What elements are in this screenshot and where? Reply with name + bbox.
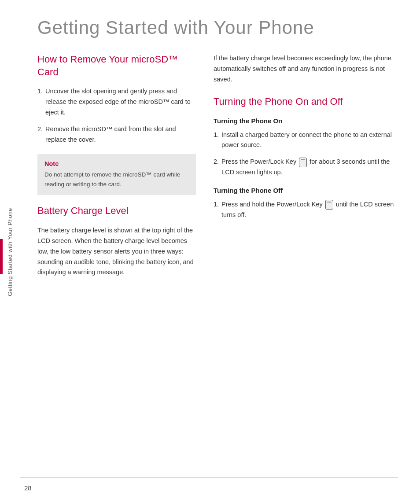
section-heading-battery: Battery Charge Level [37, 205, 196, 217]
note-title: Note [44, 160, 189, 167]
list-item: 1. Install a charged battery or connect … [214, 130, 398, 151]
key-icon [299, 158, 307, 167]
sidebar: Getting Started with Your Phone [0, 0, 20, 504]
step-text: Uncover the slot opening and gently pres… [45, 86, 196, 118]
sub-heading-on: Turning the Phone On [214, 117, 398, 125]
turning-off-steps: 1. Press and hold the Power/Lock Key unt… [214, 199, 398, 221]
step-text: Remove the microSD™ card from the slot a… [45, 124, 196, 145]
step-text: Press and hold the Power/Lock Key until … [221, 199, 398, 221]
section-heading-microsd: How to Remove Your microSD™ Card [37, 53, 196, 78]
step-num: 1. [214, 130, 219, 151]
step-text: Install a charged battery or connect the… [221, 130, 398, 151]
sidebar-bar [0, 239, 3, 274]
step-num: 1. [37, 86, 43, 118]
sidebar-label: Getting Started with Your Phone [7, 208, 13, 296]
sub-heading-off: Turning the Phone Off [214, 187, 398, 194]
turning-on-steps: 1. Install a charged battery or connect … [214, 130, 398, 178]
note-box: Note Do not attempt to remove the microS… [37, 154, 196, 195]
left-column: How to Remove Your microSD™ Card 1. Unco… [37, 53, 196, 283]
list-item: 2. Press the Power/Lock Key for about 3 … [214, 157, 398, 178]
list-item: 1. Press and hold the Power/Lock Key unt… [214, 199, 398, 221]
section-heading-turning: Turning the Phone On and Off [214, 96, 398, 108]
page-container: Getting Started with Your Phone Getting … [0, 0, 420, 504]
key-icon [325, 200, 333, 210]
page-number: 28 [24, 484, 32, 492]
microsd-steps-list: 1. Uncover the slot opening and gently p… [37, 86, 196, 145]
battery-body-text: The battery charge level is shown at the… [37, 225, 196, 278]
step-num: 1. [214, 199, 219, 221]
battery-warning-text: If the battery charge level becomes exce… [214, 53, 398, 85]
columns-layout: How to Remove Your microSD™ Card 1. Unco… [37, 53, 398, 283]
main-content: Getting Started with Your Phone How to R… [20, 0, 420, 504]
bottom-divider [20, 477, 398, 478]
page-title: Getting Started with Your Phone [37, 18, 398, 38]
step-num: 2. [214, 157, 219, 178]
note-body: Do not attempt to remove the microSD™ ca… [44, 170, 189, 189]
right-column: If the battery charge level becomes exce… [214, 53, 398, 283]
step-num: 2. [37, 124, 43, 145]
step-text: Press the Power/Lock Key for about 3 sec… [221, 157, 398, 178]
list-item: 1. Uncover the slot opening and gently p… [37, 86, 196, 118]
list-item: 2. Remove the microSD™ card from the slo… [37, 124, 196, 145]
